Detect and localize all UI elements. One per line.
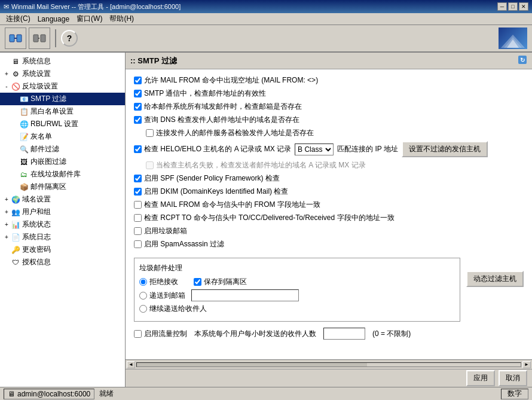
menu-connect[interactable]: 连接(C) — [2, 13, 34, 25]
checkbox-allow-empty-label[interactable]: 允许 MAIL FROM 命令中出现空地址 (MAIL FROM: <>) — [134, 75, 318, 86]
checkbox-text: 启用 SPF (Sender Policy Framework) 检查 — [144, 173, 280, 184]
checkbox-rcpt-to-label[interactable]: 检查 RCPT TO 命令与信头中 TO/CC/Delivered-To/Rec… — [134, 213, 395, 223]
checkbox-spam-folder-label[interactable]: 启用垃圾邮箱 — [134, 226, 187, 236]
cancel-button[interactable]: 取消 — [499, 370, 527, 386]
sidebar-item-blackwhite[interactable]: 📋 黑白名单设置 — [0, 105, 125, 118]
spam-deliver-mailbox-row: 递送到邮箱 — [139, 289, 455, 301]
close-button[interactable]: ✕ — [519, 2, 528, 11]
connect-button[interactable] — [5, 28, 26, 49]
spam-quarantine-checkbox[interactable] — [194, 278, 201, 286]
maximize-button[interactable]: □ — [508, 2, 518, 11]
content-area: :: SMTP 过滤 ↻ 允许 MAIL FROM 命令中出现空地址 (MAIL… — [126, 53, 532, 387]
checkbox-sender-server-label[interactable]: 连接发件人的邮件服务器检验发件人地址是否存在 — [146, 128, 314, 138]
apply-button[interactable]: 应用 — [466, 370, 495, 386]
helo-extra-label: 匹配连接的 IP 地址 — [337, 144, 398, 154]
checkbox-rcpt-to[interactable] — [134, 214, 142, 222]
spam-reject-radio[interactable] — [139, 278, 147, 286]
menu-window[interactable]: 窗口(W) — [73, 13, 106, 25]
checkbox-text: 连接发件人的邮件服务器检验发件人地址是否存在 — [156, 128, 314, 138]
sidebar-item-mail-filter[interactable]: 🔍 邮件过滤 — [0, 143, 125, 155]
minimize-button[interactable]: ─ — [497, 2, 507, 11]
checkbox-hostname-fail[interactable] — [146, 161, 154, 169]
hscroll-right[interactable]: ► — [522, 361, 531, 368]
row-check-mailbox-exists: 给本邮件系统所有域发邮件时，检查邮箱是否存在 — [134, 102, 524, 112]
status-connection-text: admin@localhost:6000 — [17, 390, 90, 398]
sidebar-label: 邮件过滤 — [30, 144, 59, 154]
flow-control-desc: 本系统每个用户每小时发送的收件人数 — [194, 329, 316, 339]
checkbox-domain-validity-label[interactable]: SMTP 通信中，检查邮件地址的有效性 — [134, 88, 266, 99]
checkbox-hostname-fail-label[interactable]: 当检查主机名失败，检查发送者邮件地址的域名 A 记录或 MX 记录 — [146, 160, 366, 170]
sidebar-item-system-log[interactable]: + 📄 系统日志 — [0, 231, 125, 243]
spam-continue-label[interactable]: 继续递送给收件人 — [139, 304, 207, 314]
checkbox-mailbox-label[interactable]: 给本邮件系统所有域发邮件时，检查邮箱是否存在 — [134, 102, 302, 112]
svg-text:↻: ↻ — [520, 57, 525, 63]
sidebar-item-system-status[interactable]: + 📊 系统状态 — [0, 218, 125, 231]
checkbox-mail-from-from[interactable] — [134, 201, 142, 209]
spam-continue-radio[interactable] — [139, 305, 147, 313]
sidebar: 🖥 系统信息 + ⚙ 系统设置 - 🚫 反垃圾设置 📧 SMTP 过滤 📋 黑白… — [0, 53, 126, 387]
spam-quarantine-label[interactable]: 保存到隔离区 — [194, 277, 247, 287]
sidebar-item-system-info[interactable]: 🖥 系统信息 — [0, 55, 125, 68]
checkbox-spam-folder[interactable] — [134, 227, 142, 235]
sidebar-label: RBL/RWL 设置 — [30, 119, 78, 129]
checkbox-allow-empty[interactable] — [134, 77, 142, 84]
sidebar-item-auth-info[interactable]: 🛡 授权信息 — [0, 256, 125, 268]
checkbox-mailbox[interactable] — [134, 103, 142, 111]
checkbox-dkim-label[interactable]: 启用 DKIM (DomainKeys Identified Mail) 检查 — [134, 187, 288, 197]
status-numlock: 数字 — [501, 389, 528, 399]
spam-deliver-label[interactable]: 递送到邮箱 — [139, 291, 185, 301]
flow-control-checkbox[interactable] — [134, 330, 142, 338]
dynamic-filter-button[interactable]: 动态过滤主机 — [466, 271, 524, 287]
checkbox-text: 检查 HELO/EHLO 主机名的 A 记录或 MX 记录 — [144, 144, 291, 154]
sidebar-item-rbl-rwl[interactable]: 🌐 RBL/RWL 设置 — [0, 118, 125, 130]
checkbox-helo[interactable] — [134, 145, 142, 153]
spam-reject-label[interactable]: 拒绝接收 — [139, 277, 178, 287]
checkbox-domain-validity[interactable] — [134, 90, 142, 97]
flow-control-label[interactable]: 启用流量控制 — [134, 329, 187, 339]
checkbox-sender-server[interactable] — [146, 129, 154, 137]
sidebar-item-system-settings[interactable]: + ⚙ 系统设置 — [0, 68, 125, 80]
sidebar-item-trash-archive[interactable]: 🗂 在线垃圾邮件库 — [0, 168, 125, 181]
spam-deliver-input[interactable] — [191, 289, 299, 301]
expand-icon: + — [2, 196, 11, 203]
sidebar-item-antispam[interactable]: - 🚫 反垃圾设置 — [0, 80, 125, 93]
spam-deliver-radio[interactable] — [139, 292, 147, 300]
checkbox-dns-domain-label[interactable]: 查询 DNS 检查发件人邮件地址中的域名是否存在 — [134, 115, 299, 125]
help-button[interactable]: ? — [61, 30, 78, 47]
sidebar-item-user-group[interactable]: + 👥 用户和组 — [0, 206, 125, 218]
row-dkim: 启用 DKIM (DomainKeys Identified Mail) 检查 — [134, 187, 524, 197]
sidebar-item-smtp-filter[interactable]: 📧 SMTP 过滤 — [0, 93, 125, 105]
menu-language[interactable]: Language — [34, 14, 73, 25]
checkbox-dns-domain[interactable] — [134, 116, 142, 124]
disconnect-button[interactable] — [29, 28, 50, 49]
sidebar-label: 灰名单 — [30, 132, 52, 142]
quarantine-icon: 📦 — [19, 182, 29, 192]
window-title: Winmail Mail Server -- 管理工具 - [admin@loc… — [11, 2, 181, 11]
menu-help[interactable]: 帮助(H) — [106, 13, 137, 25]
sidebar-item-greylist[interactable]: 📝 灰名单 — [0, 130, 125, 143]
sidebar-label: 授权信息 — [22, 257, 51, 267]
svg-rect-4 — [41, 35, 45, 42]
checkbox-dkim[interactable] — [134, 188, 142, 196]
sidebar-item-inline-filter[interactable]: 🖼 内嵌图过滤 — [0, 155, 125, 168]
checkbox-mail-from-from-label[interactable]: 检查 MAIL FROM 命令与信头中的 FROM 字段地址一致 — [134, 200, 320, 210]
set-no-filter-host-button[interactable]: 设置不过滤的发信主机 — [402, 141, 488, 157]
user-group-icon: 👥 — [11, 207, 20, 217]
checkbox-text: 检查 RCPT TO 命令与信头中 TO/CC/Delivered-To/Rec… — [144, 213, 395, 223]
checkbox-spf[interactable] — [134, 175, 142, 182]
checkbox-spamassassin-label[interactable]: 启用 SpamAssassin 过滤 — [134, 239, 224, 249]
checkbox-spamassassin[interactable] — [134, 240, 142, 248]
hscroll-left[interactable]: ◄ — [127, 361, 135, 368]
row-check-hostname-fail: 当检查主机名失败，检查发送者邮件地址的域名 A 记录或 MX 记录 — [134, 160, 524, 170]
sidebar-item-domain[interactable]: + 🌍 域名设置 — [0, 193, 125, 206]
checkbox-helo-label[interactable]: 检查 HELO/EHLO 主机名的 A 记录或 MX 记录 — [134, 144, 291, 154]
sidebar-item-quarantine[interactable]: 📦 邮件隔离区 — [0, 181, 125, 193]
expand-icon: - — [2, 83, 11, 90]
sidebar-item-change-password[interactable]: 🔑 更改密码 — [0, 243, 125, 256]
hscrollbar[interactable]: ◄ ► — [126, 359, 532, 369]
checkbox-spf-label[interactable]: 启用 SPF (Sender Policy Framework) 检查 — [134, 173, 280, 184]
checkbox-text: 查询 DNS 检查发件人邮件地址中的域名是否存在 — [144, 115, 299, 125]
helo-class-select[interactable]: A Class B Class C Class — [295, 143, 334, 155]
app-logo — [499, 28, 527, 49]
flow-control-input[interactable] — [323, 328, 365, 340]
